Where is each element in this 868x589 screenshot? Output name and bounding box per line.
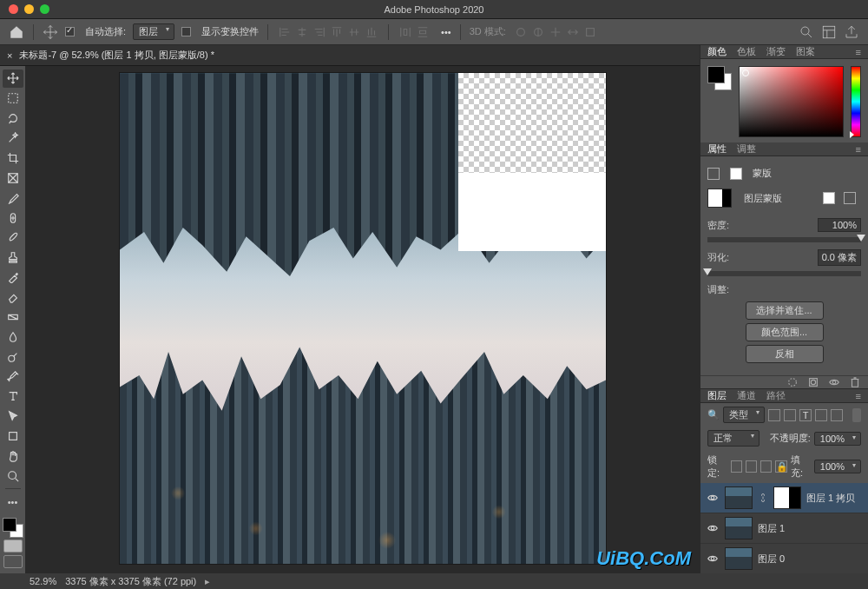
tab-layers[interactable]: 图层	[707, 389, 727, 402]
filter-type-icon[interactable]: T	[799, 409, 812, 421]
blur-tool[interactable]	[3, 328, 23, 346]
layer-filter-kind[interactable]: 类型	[723, 407, 765, 423]
color-panel-menu[interactable]: ≡	[856, 47, 861, 57]
auto-select-kind[interactable]: 图层	[133, 23, 174, 40]
fill-value[interactable]: 100%	[814, 460, 861, 473]
document-tab[interactable]: 未标题-7 @ 52.9% (图层 1 拷贝, 图层蒙版/8) *	[19, 49, 214, 62]
show-transform-checkbox[interactable]	[181, 27, 191, 36]
filter-shape-icon[interactable]	[815, 409, 827, 421]
auto-select-checkbox[interactable]	[65, 27, 75, 36]
history-brush-tool[interactable]	[3, 268, 23, 287]
3d-pan[interactable]	[548, 24, 563, 40]
lock-pixels-icon[interactable]	[731, 460, 742, 473]
tab-gradients[interactable]: 渐变	[766, 45, 786, 58]
distribute-h[interactable]	[398, 24, 413, 40]
close-window[interactable]	[9, 4, 18, 14]
layer-thumbnail[interactable]	[725, 517, 753, 539]
load-selection-icon[interactable]	[786, 376, 799, 388]
share-icon[interactable]	[844, 24, 859, 40]
3d-roll[interactable]	[530, 24, 546, 40]
color-range-button[interactable]: 颜色范围...	[746, 323, 824, 341]
filter-toggle[interactable]	[852, 408, 861, 422]
search-icon[interactable]	[799, 24, 814, 40]
mask-thumbnail[interactable]	[707, 189, 732, 208]
layer-thumbnail[interactable]	[725, 486, 753, 509]
layer-name[interactable]: 图层 1 拷贝	[806, 492, 855, 505]
marquee-tool[interactable]	[3, 89, 23, 108]
path-select-tool[interactable]	[3, 407, 23, 426]
toggle-mask-icon[interactable]	[828, 376, 840, 388]
layer-row[interactable]: 图层 1 拷贝	[700, 483, 868, 513]
zoom-tool[interactable]	[3, 467, 23, 486]
delete-mask-icon[interactable]	[849, 376, 861, 388]
tab-properties[interactable]: 属性	[707, 142, 727, 156]
visibility-toggle[interactable]	[706, 491, 720, 505]
move-tool[interactable]	[3, 69, 23, 88]
filter-smart-icon[interactable]	[831, 409, 843, 421]
mask-thumbnail[interactable]	[773, 486, 801, 509]
filter-adjust-icon[interactable]	[784, 409, 796, 421]
layer-name[interactable]: 图层 0	[758, 553, 785, 566]
3d-slide[interactable]	[565, 24, 581, 40]
layer-name[interactable]: 图层 1	[758, 522, 785, 535]
color-fg-bg[interactable]	[707, 66, 732, 90]
visibility-toggle[interactable]	[706, 552, 720, 566]
tab-swatches[interactable]: 色板	[737, 45, 756, 58]
stamp-tool[interactable]	[3, 248, 23, 267]
workspace-icon[interactable]	[821, 24, 837, 40]
home-button[interactable]	[9, 24, 24, 40]
filter-pixel-icon[interactable]	[768, 409, 780, 421]
wand-tool[interactable]	[3, 129, 23, 148]
pen-tool[interactable]	[3, 367, 23, 386]
tab-paths[interactable]: 路径	[766, 389, 786, 402]
frame-tool[interactable]	[3, 169, 23, 187]
lock-artboard-icon[interactable]	[760, 460, 772, 473]
brush-tool[interactable]	[3, 228, 23, 247]
status-doc-size[interactable]: 3375 像素 x 3375 像素 (72 ppi)	[65, 575, 196, 588]
blend-mode[interactable]: 正常	[707, 430, 760, 447]
minimize-window[interactable]	[24, 4, 34, 14]
hand-tool[interactable]	[3, 447, 23, 466]
healing-tool[interactable]	[3, 208, 23, 227]
canvas-area[interactable]	[26, 66, 700, 573]
align-center-v[interactable]	[346, 24, 362, 40]
tab-adjustments[interactable]: 调整	[737, 142, 756, 156]
align-top[interactable]	[329, 24, 345, 40]
tab-color[interactable]: 颜色	[707, 45, 727, 58]
shape-tool[interactable]	[3, 427, 23, 446]
edit-toolbar[interactable]: •••	[3, 493, 23, 511]
color-field[interactable]	[739, 66, 844, 137]
gradient-tool[interactable]	[3, 308, 23, 327]
screenmode[interactable]	[3, 555, 23, 568]
lock-position-icon[interactable]	[746, 460, 757, 473]
density-slider[interactable]	[707, 237, 861, 242]
zoom-window[interactable]	[40, 4, 49, 14]
eraser-tool[interactable]	[3, 288, 23, 307]
select-and-mask-button[interactable]: 选择并遮住...	[746, 301, 824, 320]
visibility-toggle[interactable]	[706, 521, 720, 535]
density-value[interactable]: 100%	[818, 218, 861, 232]
status-zoom[interactable]: 52.9%	[30, 576, 56, 586]
apply-mask-icon[interactable]	[807, 376, 819, 388]
crop-tool[interactable]	[3, 149, 23, 168]
layer-row[interactable]: 图层 1	[700, 513, 868, 544]
pixel-mask-select[interactable]	[823, 192, 835, 204]
type-tool[interactable]	[3, 387, 23, 406]
quickmask-standard[interactable]	[3, 539, 23, 553]
document-canvas[interactable]	[120, 73, 606, 564]
layer-row[interactable]: 图层 0	[700, 544, 868, 574]
vector-mask-select[interactable]	[844, 192, 856, 204]
invert-button[interactable]: 反相	[746, 345, 824, 363]
eyedropper-tool[interactable]	[3, 189, 23, 207]
layer-thumbnail[interactable]	[725, 547, 753, 570]
mask-link-icon[interactable]	[758, 493, 768, 503]
feather-value[interactable]: 0.0 像素	[818, 249, 861, 266]
properties-panel-menu[interactable]: ≡	[856, 144, 861, 155]
tab-patterns[interactable]: 图案	[796, 45, 815, 58]
feather-slider[interactable]	[707, 271, 861, 276]
align-center-h[interactable]	[294, 24, 310, 40]
align-right[interactable]	[312, 24, 327, 40]
lasso-tool[interactable]	[3, 109, 23, 128]
3d-orbit[interactable]	[513, 24, 529, 40]
distribute-v[interactable]	[415, 24, 431, 40]
